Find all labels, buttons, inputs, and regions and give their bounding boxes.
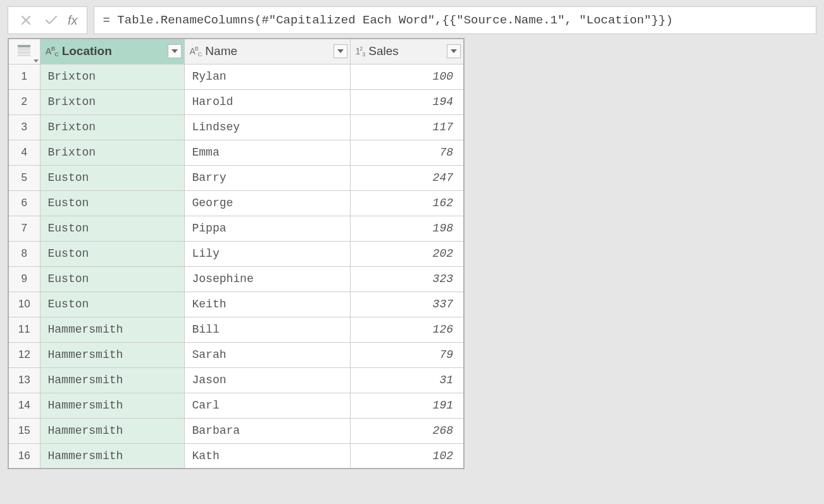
cell-name[interactable]: Barbara [184, 418, 350, 443]
row-number[interactable]: 1 [8, 64, 40, 89]
row-number[interactable]: 14 [8, 393, 40, 418]
cell-location[interactable]: Brixton [40, 140, 184, 165]
cell-sales[interactable]: 162 [350, 190, 464, 216]
table-row[interactable]: 13HammersmithJason31 [8, 367, 464, 393]
cell-name[interactable]: Lindsey [184, 114, 350, 140]
filter-button-sales[interactable] [447, 44, 461, 58]
cell-location[interactable]: Hammersmith [40, 317, 184, 342]
column-header-sales[interactable]: 123 Sales [350, 39, 464, 64]
cell-location[interactable]: Euston [40, 165, 184, 190]
table-row[interactable]: 2BrixtonHarold194 [8, 89, 464, 114]
filter-button-name[interactable] [334, 44, 347, 58]
cell-location[interactable]: Euston [40, 266, 184, 292]
table-row[interactable]: 7EustonPippa198 [8, 216, 464, 241]
row-number[interactable]: 6 [8, 190, 40, 216]
table-row[interactable]: 4BrixtonEmma78 [8, 140, 464, 165]
column-label: Sales [368, 44, 399, 58]
cell-location[interactable]: Euston [40, 216, 184, 241]
cell-sales[interactable]: 191 [350, 393, 464, 418]
cell-sales[interactable]: 78 [350, 140, 464, 165]
row-number[interactable]: 13 [8, 367, 40, 393]
cell-sales[interactable]: 102 [350, 443, 464, 469]
cancel-formula-button[interactable] [13, 7, 39, 34]
row-number[interactable]: 15 [8, 418, 40, 443]
cell-location[interactable]: Brixton [40, 64, 184, 89]
cell-location[interactable]: Hammersmith [40, 393, 184, 418]
row-number[interactable]: 3 [8, 114, 40, 140]
row-number[interactable]: 11 [8, 317, 40, 342]
table-row[interactable]: 9EustonJosephine323 [8, 266, 464, 292]
row-number[interactable]: 5 [8, 165, 40, 190]
cell-name[interactable]: Lily [184, 241, 350, 266]
check-icon [45, 15, 58, 25]
cell-name[interactable]: Emma [184, 140, 350, 165]
cell-location[interactable]: Hammersmith [40, 342, 184, 367]
table-row[interactable]: 12HammersmithSarah79 [8, 342, 464, 367]
table-row[interactable]: 8EustonLily202 [8, 241, 464, 266]
cell-name[interactable]: Harold [184, 89, 350, 114]
row-number[interactable]: 9 [8, 266, 40, 292]
table-row[interactable]: 3BrixtonLindsey117 [8, 114, 464, 140]
cell-location[interactable]: Euston [40, 241, 184, 266]
cell-sales[interactable]: 79 [350, 342, 464, 367]
cell-sales[interactable]: 323 [350, 266, 464, 292]
table-row[interactable]: 1BrixtonRylan100 [8, 64, 464, 89]
row-number[interactable]: 2 [8, 89, 40, 114]
column-header-name[interactable]: ABC Name [184, 39, 350, 64]
row-number[interactable]: 10 [8, 292, 40, 317]
cell-name[interactable]: Rylan [184, 64, 350, 89]
row-number[interactable]: 7 [8, 216, 40, 241]
formula-input[interactable]: = Table.RenameColumns(#"Capitalized Each… [94, 6, 816, 34]
cell-sales[interactable]: 202 [350, 241, 464, 266]
cell-sales[interactable]: 117 [350, 114, 464, 140]
cell-sales[interactable]: 31 [350, 367, 464, 393]
cell-name[interactable]: Carl [184, 393, 350, 418]
cell-name[interactable]: Pippa [184, 216, 350, 241]
x-icon [21, 15, 31, 25]
table-row[interactable]: 11HammersmithBill126 [8, 317, 464, 342]
type-text-icon: ABC [46, 46, 58, 58]
row-number[interactable]: 4 [8, 140, 40, 165]
table-row[interactable]: 15HammersmithBarbara268 [8, 418, 464, 443]
cell-sales[interactable]: 247 [350, 165, 464, 190]
cell-location[interactable]: Brixton [40, 114, 184, 140]
cell-name[interactable]: Barry [184, 165, 350, 190]
filter-button-location[interactable] [168, 44, 182, 58]
table-row[interactable]: 14HammersmithCarl191 [8, 393, 464, 418]
cell-name[interactable]: George [184, 190, 350, 216]
cell-name[interactable]: Jason [184, 367, 350, 393]
table-row[interactable]: 6EustonGeorge162 [8, 190, 464, 216]
cell-location[interactable]: Hammersmith [40, 367, 184, 393]
row-number[interactable]: 12 [8, 342, 40, 367]
column-label: Location [62, 44, 112, 58]
cell-sales[interactable]: 268 [350, 418, 464, 443]
cell-location[interactable]: Brixton [40, 89, 184, 114]
type-number-icon: 123 [356, 46, 365, 58]
column-header-location[interactable]: ABC Location [40, 39, 184, 64]
commit-formula-button[interactable] [39, 7, 64, 34]
cell-location[interactable]: Euston [40, 190, 184, 216]
cell-sales[interactable]: 198 [350, 216, 464, 241]
cell-name[interactable]: Keith [184, 292, 350, 317]
cell-location[interactable]: Hammersmith [40, 418, 184, 443]
type-text-icon: ABC [190, 46, 202, 58]
cell-sales[interactable]: 194 [350, 89, 464, 114]
chevron-down-icon [34, 59, 39, 63]
cell-name[interactable]: Sarah [184, 342, 350, 367]
formula-controls: fx [8, 6, 87, 34]
select-all-corner[interactable] [8, 39, 40, 64]
cell-location[interactable]: Hammersmith [40, 443, 184, 469]
cell-sales[interactable]: 100 [350, 64, 464, 89]
row-number[interactable]: 16 [8, 443, 40, 469]
fx-label: fx [64, 13, 82, 28]
row-number[interactable]: 8 [8, 241, 40, 266]
table-row[interactable]: 16HammersmithKath102 [8, 443, 464, 469]
table-row[interactable]: 5EustonBarry247 [8, 165, 464, 190]
cell-name[interactable]: Josephine [184, 266, 350, 292]
cell-name[interactable]: Bill [184, 317, 350, 342]
cell-location[interactable]: Euston [40, 292, 184, 317]
cell-sales[interactable]: 126 [350, 317, 464, 342]
cell-sales[interactable]: 337 [350, 292, 464, 317]
cell-name[interactable]: Kath [184, 443, 350, 469]
table-row[interactable]: 10EustonKeith337 [8, 292, 464, 317]
